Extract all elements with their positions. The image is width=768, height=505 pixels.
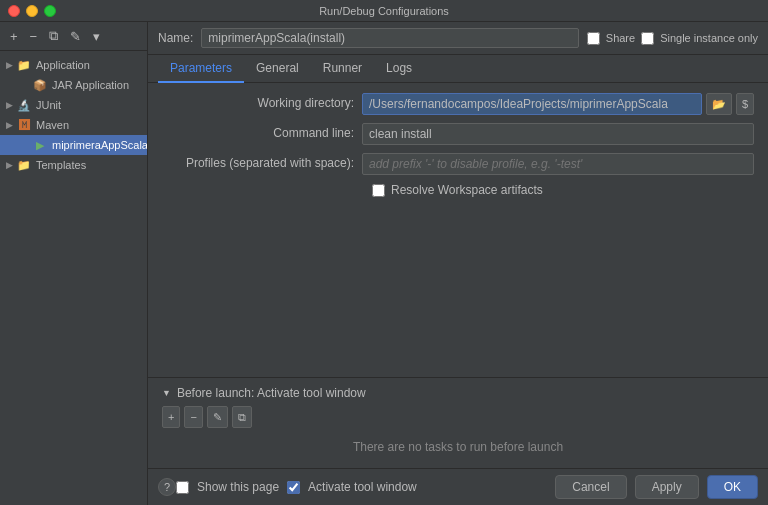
- cancel-button[interactable]: Cancel: [555, 475, 626, 499]
- maximize-button[interactable]: [44, 5, 56, 17]
- resolve-workspace-label: Resolve Workspace artifacts: [391, 183, 543, 197]
- tab-runner[interactable]: Runner: [311, 55, 374, 83]
- maven-icon: 🅼: [16, 117, 32, 133]
- before-launch-remove-button[interactable]: −: [184, 406, 202, 428]
- single-instance-checkbox[interactable]: [641, 32, 654, 45]
- name-label: Name:: [158, 31, 193, 45]
- parameters-content: Working directory: 📂 $ Command line: Pro…: [148, 83, 768, 377]
- show-page-row: Show this page Activate tool window: [176, 480, 555, 494]
- copy-config-button[interactable]: ⧉: [45, 26, 62, 46]
- run-icon: ▶: [32, 137, 48, 153]
- action-buttons: Cancel Apply OK: [555, 475, 758, 499]
- sidebar-item-jar-application[interactable]: 📦 JAR Application: [0, 75, 147, 95]
- command-line-row: Command line:: [162, 123, 754, 145]
- junit-icon: 🔬: [16, 97, 32, 113]
- working-directory-field: 📂 $: [362, 93, 754, 115]
- working-directory-row: Working directory: 📂 $: [162, 93, 754, 115]
- sidebar-label-jar: JAR Application: [52, 79, 129, 91]
- close-button[interactable]: [8, 5, 20, 17]
- before-launch-header: ▼ Before launch: Activate tool window: [162, 386, 754, 400]
- sidebar-toolbar: + − ⧉ ✎ ▾: [0, 22, 147, 51]
- title-bar: Run/Debug Configurations: [0, 0, 768, 22]
- before-launch-title: Before launch: Activate tool window: [177, 386, 366, 400]
- show-page-label: Show this page: [197, 480, 279, 494]
- tab-parameters[interactable]: Parameters: [158, 55, 244, 83]
- more-config-button[interactable]: ▾: [89, 27, 104, 46]
- minimize-button[interactable]: [26, 5, 38, 17]
- before-launch-empty: There are no tasks to run before launch: [162, 434, 754, 460]
- resolve-workspace-checkbox[interactable]: [372, 184, 385, 197]
- ok-button[interactable]: OK: [707, 475, 758, 499]
- sidebar-label-junit: JUnit: [36, 99, 61, 111]
- jar-icon: 📦: [32, 77, 48, 93]
- sidebar: + − ⧉ ✎ ▾ ▶ 📁 Application 📦 JAR Applicat…: [0, 22, 148, 505]
- activate-tool-checkbox[interactable]: [287, 481, 300, 494]
- working-directory-label: Working directory:: [162, 93, 362, 110]
- before-launch-section: ▼ Before launch: Activate tool window + …: [148, 377, 768, 468]
- profiles-field: [362, 153, 754, 175]
- profiles-label: Profiles (separated with space):: [162, 153, 362, 170]
- sidebar-label-maven: Maven: [36, 119, 69, 131]
- help-button[interactable]: ?: [158, 478, 176, 496]
- before-launch-arrow[interactable]: ▼: [162, 388, 171, 398]
- working-directory-input[interactable]: [362, 93, 702, 115]
- sidebar-label-maven-run: miprimeraAppScala(inst: [52, 139, 147, 151]
- sidebar-tree: ▶ 📁 Application 📦 JAR Application ▶ 🔬 JU…: [0, 51, 147, 505]
- edit-config-button[interactable]: ✎: [66, 27, 85, 46]
- arrow-junit: ▶: [6, 100, 16, 110]
- sidebar-label-templates: Templates: [36, 159, 86, 171]
- sidebar-item-maven-run[interactable]: ▶ miprimeraAppScala(inst: [0, 135, 147, 155]
- folder-icon-templates: 📁: [16, 157, 32, 173]
- sidebar-item-maven[interactable]: ▶ 🅼 Maven: [0, 115, 147, 135]
- tab-logs[interactable]: Logs: [374, 55, 424, 83]
- add-config-button[interactable]: +: [6, 27, 22, 46]
- remove-config-button[interactable]: −: [26, 27, 42, 46]
- share-checkbox[interactable]: [587, 32, 600, 45]
- name-bar: Name: Share Single instance only: [148, 22, 768, 55]
- profiles-row: Profiles (separated with space):: [162, 153, 754, 175]
- arrow-maven: ▶: [6, 120, 16, 130]
- command-line-label: Command line:: [162, 123, 362, 140]
- profiles-input[interactable]: [362, 153, 754, 175]
- activate-tool-label: Activate tool window: [308, 480, 417, 494]
- sidebar-label-application: Application: [36, 59, 90, 71]
- window-title: Run/Debug Configurations: [319, 5, 449, 17]
- before-launch-edit-button[interactable]: ✎: [207, 406, 228, 428]
- arrow-application: ▶: [6, 60, 16, 70]
- sidebar-item-junit[interactable]: ▶ 🔬 JUnit: [0, 95, 147, 115]
- before-launch-copy-button[interactable]: ⧉: [232, 406, 252, 428]
- working-dir-browse-button[interactable]: 📂: [706, 93, 732, 115]
- tabs-bar: Parameters General Runner Logs: [148, 55, 768, 83]
- sidebar-item-templates[interactable]: ▶ 📁 Templates: [0, 155, 147, 175]
- name-input[interactable]: [201, 28, 578, 48]
- traffic-lights: [8, 5, 56, 17]
- working-dir-var-button[interactable]: $: [736, 93, 754, 115]
- show-page-checkbox[interactable]: [176, 481, 189, 494]
- command-line-input[interactable]: [362, 123, 754, 145]
- bottom-bar: ? Show this page Activate tool window Ca…: [148, 468, 768, 505]
- arrow-templates: ▶: [6, 160, 16, 170]
- folder-icon-application: 📁: [16, 57, 32, 73]
- apply-button[interactable]: Apply: [635, 475, 699, 499]
- before-launch-toolbar: + − ✎ ⧉: [162, 406, 754, 428]
- command-line-field: [362, 123, 754, 145]
- content-area: Name: Share Single instance only Paramet…: [148, 22, 768, 505]
- sidebar-item-application[interactable]: ▶ 📁 Application: [0, 55, 147, 75]
- before-launch-add-button[interactable]: +: [162, 406, 180, 428]
- resolve-workspace-row: Resolve Workspace artifacts: [372, 183, 754, 197]
- share-area: Share Single instance only: [587, 32, 758, 45]
- tab-general[interactable]: General: [244, 55, 311, 83]
- share-label: Share: [606, 32, 635, 44]
- single-instance-label: Single instance only: [660, 32, 758, 44]
